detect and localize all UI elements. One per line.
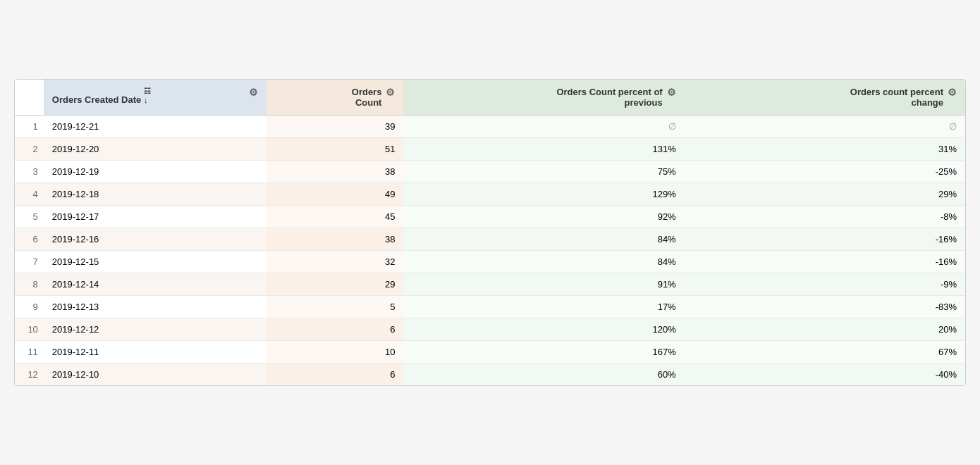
- table-row: 72019-12-153284%-16%: [15, 251, 965, 273]
- cell-percent-change: 20%: [685, 318, 965, 341]
- row-number: 7: [15, 251, 44, 273]
- cell-date: 2019-12-18: [44, 183, 267, 206]
- cell-date: 2019-12-21: [44, 116, 267, 138]
- cell-percent-of: 17%: [403, 296, 684, 318]
- cell-count: 49: [267, 183, 403, 206]
- cell-percent-of: 129%: [403, 183, 684, 206]
- cell-percent-change: -8%: [685, 206, 965, 228]
- table-row: 22019-12-2051131%31%: [15, 138, 965, 161]
- cell-percent-of: 84%: [403, 228, 684, 251]
- cell-count: 45: [267, 206, 403, 228]
- cell-count: 39: [267, 116, 403, 138]
- cell-percent-change: 29%: [685, 183, 965, 206]
- col-count-label: OrdersCount: [352, 87, 382, 108]
- cell-count: 6: [267, 318, 403, 341]
- cell-percent-change: 67%: [685, 341, 965, 364]
- cell-percent-change: -9%: [685, 273, 965, 296]
- cell-date: 2019-12-20: [44, 138, 267, 161]
- cell-percent-change: 31%: [685, 138, 965, 161]
- row-num-header: [15, 80, 44, 116]
- col-date-header: Orders Created Date ☷↓ ⚙: [44, 80, 267, 116]
- cell-percent-of: 75%: [403, 161, 684, 183]
- null-symbol: ∅: [949, 121, 957, 132]
- col-count-gear-icon[interactable]: ⚙: [386, 87, 395, 98]
- col-count-header: OrdersCount ⚙: [267, 80, 403, 116]
- cell-percent-of: 120%: [403, 318, 684, 341]
- cell-percent-of: 84%: [403, 251, 684, 273]
- col-percent-change-header: Orders count percentchange ⚙: [685, 80, 965, 116]
- row-number: 12: [15, 364, 44, 386]
- cell-date: 2019-12-10: [44, 364, 267, 386]
- cell-percent-change: -83%: [685, 296, 965, 318]
- row-number: 4: [15, 183, 44, 206]
- cell-date: 2019-12-19: [44, 161, 267, 183]
- table-row: 32019-12-193875%-25%: [15, 161, 965, 183]
- col-date-gear-icon[interactable]: ⚙: [249, 87, 258, 98]
- cell-count: 51: [267, 138, 403, 161]
- row-number: 6: [15, 228, 44, 251]
- cell-percent-change: -40%: [685, 364, 965, 386]
- row-number: 3: [15, 161, 44, 183]
- col-percent-change-label: Orders count percentchange: [850, 87, 943, 108]
- table-row: 42019-12-1849129%29%: [15, 183, 965, 206]
- cell-percent-change: -16%: [685, 228, 965, 251]
- cell-count: 38: [267, 161, 403, 183]
- col-percent-of-header: Orders Count percent ofprevious ⚙: [403, 80, 684, 116]
- cell-date: 2019-12-17: [44, 206, 267, 228]
- cell-count: 10: [267, 341, 403, 364]
- table-row: 122019-12-10660%-40%: [15, 364, 965, 386]
- cell-percent-of: 60%: [403, 364, 684, 386]
- cell-date: 2019-12-11: [44, 341, 267, 364]
- cell-percent-change: ∅: [685, 116, 965, 138]
- table-row: 102019-12-126120%20%: [15, 318, 965, 341]
- cell-percent-change: -16%: [685, 251, 965, 273]
- data-table: Orders Created Date ☷↓ ⚙ OrdersCount ⚙: [14, 79, 966, 386]
- cell-date: 2019-12-16: [44, 228, 267, 251]
- cell-date: 2019-12-12: [44, 318, 267, 341]
- cell-percent-of: 92%: [403, 206, 684, 228]
- sort-icon[interactable]: ☷↓: [144, 87, 151, 104]
- table-row: 92019-12-13517%-83%: [15, 296, 965, 318]
- col-percent-of-gear-icon[interactable]: ⚙: [667, 87, 676, 98]
- col-percent-change-gear-icon[interactable]: ⚙: [948, 87, 957, 98]
- col-percent-of-label: Orders Count percent ofprevious: [556, 87, 662, 108]
- cell-count: 5: [267, 296, 403, 318]
- row-number: 1: [15, 116, 44, 138]
- row-number: 8: [15, 273, 44, 296]
- table-row: 12019-12-2139∅∅: [15, 116, 965, 138]
- cell-percent-change: -25%: [685, 161, 965, 183]
- cell-count: 29: [267, 273, 403, 296]
- cell-percent-of: 91%: [403, 273, 684, 296]
- row-number: 11: [15, 341, 44, 364]
- col-date-label: Orders Created Date: [52, 94, 141, 105]
- cell-percent-of: 131%: [403, 138, 684, 161]
- table-row: 112019-12-1110167%67%: [15, 341, 965, 364]
- cell-date: 2019-12-15: [44, 251, 267, 273]
- row-number: 5: [15, 206, 44, 228]
- row-number: 2: [15, 138, 44, 161]
- cell-percent-of: 167%: [403, 341, 684, 364]
- table-row: 52019-12-174592%-8%: [15, 206, 965, 228]
- cell-count: 32: [267, 251, 403, 273]
- null-symbol: ∅: [668, 121, 676, 132]
- cell-percent-of: ∅: [403, 116, 684, 138]
- table-row: 82019-12-142991%-9%: [15, 273, 965, 296]
- cell-count: 6: [267, 364, 403, 386]
- cell-count: 38: [267, 228, 403, 251]
- cell-date: 2019-12-13: [44, 296, 267, 318]
- row-number: 10: [15, 318, 44, 341]
- row-number: 9: [15, 296, 44, 318]
- table-row: 62019-12-163884%-16%: [15, 228, 965, 251]
- cell-date: 2019-12-14: [44, 273, 267, 296]
